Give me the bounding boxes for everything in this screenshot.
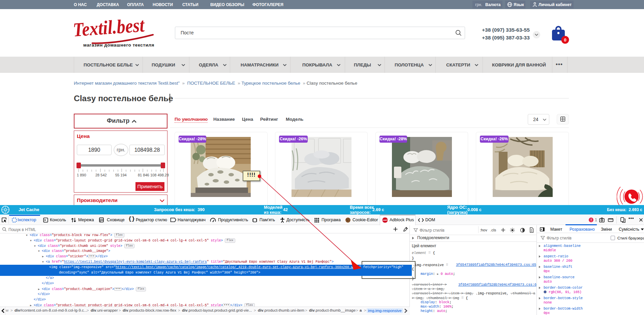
svg-text:0: 0 bbox=[564, 37, 566, 42]
svg-text:Textil.best: Textil.best bbox=[72, 14, 146, 41]
svg-text:магазин домашнего текстиля: магазин домашнего текстиля bbox=[83, 42, 154, 48]
svg-text:ABP: ABP bbox=[383, 219, 387, 221]
